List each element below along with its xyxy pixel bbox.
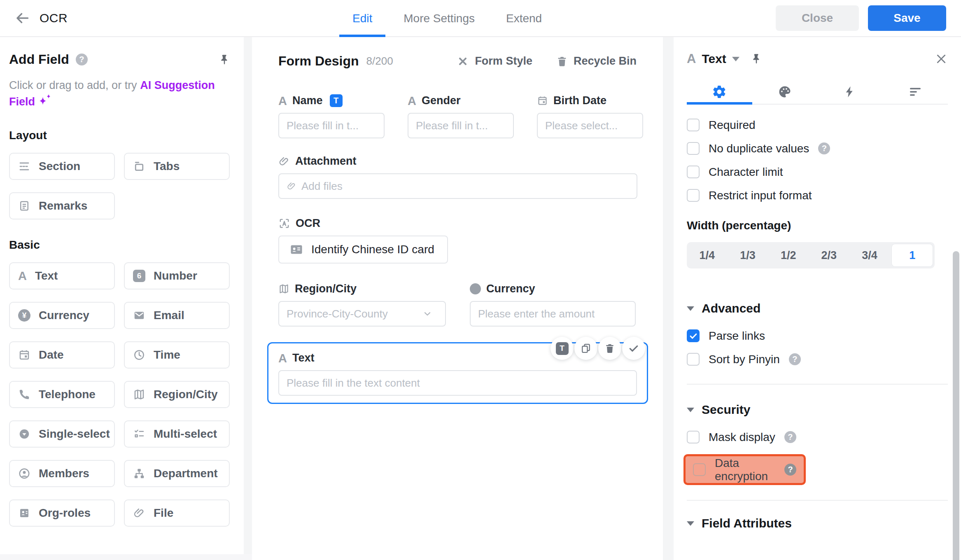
birth-date-input[interactable]: Please select... <box>537 113 643 138</box>
tab-more-settings[interactable]: More Settings <box>404 0 475 37</box>
security-section-header[interactable]: Security <box>687 403 948 417</box>
duplicate-field-button[interactable] <box>574 337 597 360</box>
help-icon[interactable]: ? <box>818 142 830 154</box>
close-button[interactable]: Close <box>776 5 859 31</box>
field-type-tabs[interactable]: Tabs <box>124 153 230 180</box>
add-files-input[interactable]: Add files <box>278 173 637 199</box>
tab-edit[interactable]: Edit <box>352 0 372 37</box>
tab-style-settings[interactable] <box>752 80 818 104</box>
form-field-currency[interactable]: ¥ Currency Please enter the amount <box>470 282 636 327</box>
field-type-section[interactable]: Section <box>9 153 115 180</box>
form-field-gender[interactable]: A Gender Please fill in t... <box>408 94 514 138</box>
option-sort-by-pinyin: Sort by Pinyin? <box>687 353 948 366</box>
help-icon[interactable]: ? <box>789 353 801 365</box>
mask-display-checkbox[interactable] <box>687 431 700 443</box>
tab-basic-settings[interactable] <box>687 80 752 104</box>
width-option-1-3[interactable]: 1/3 <box>728 242 768 268</box>
field-type-multi-select[interactable]: Multi-select <box>124 420 230 448</box>
pin-icon[interactable] <box>750 53 763 65</box>
top-bar: OCR Edit More Settings Extend Close Save <box>0 0 961 37</box>
width-option-3-4[interactable]: 3/4 <box>849 242 890 268</box>
option-parse-links: Parse links <box>687 329 948 342</box>
save-button[interactable]: Save <box>868 5 946 31</box>
text-input[interactable]: Please fill in the text content <box>278 370 637 396</box>
field-count: 8/200 <box>366 55 393 68</box>
tab-events-settings[interactable] <box>817 80 883 104</box>
caret-down-icon <box>687 408 694 412</box>
field-attributes-section-header[interactable]: Field Attributes <box>687 516 948 530</box>
width-option-1-4[interactable]: 1/4 <box>687 242 728 268</box>
delete-field-button[interactable] <box>598 337 621 360</box>
field-type-remarks[interactable]: Remarks <box>9 192 115 219</box>
parse-links-checkbox[interactable] <box>687 329 700 342</box>
paperclip-icon <box>287 181 296 191</box>
ocr-scan-icon <box>278 217 290 229</box>
field-type-single-select[interactable]: Single-select <box>9 420 115 448</box>
help-icon[interactable]: ? <box>784 464 796 476</box>
field-type-email[interactable]: Email <box>124 302 230 329</box>
field-type-label: Currency <box>39 309 89 322</box>
required-checkbox[interactable] <box>687 119 700 131</box>
advanced-section-header[interactable]: Advanced <box>687 301 948 315</box>
selected-text-field[interactable]: T A Text <box>267 342 648 404</box>
field-type-text[interactable]: AText <box>9 262 115 289</box>
data-encryption-checkbox[interactable] <box>693 463 706 476</box>
help-icon[interactable]: ? <box>76 54 88 65</box>
recycle-bin-button[interactable]: Recycle Bin <box>556 55 637 68</box>
placeholder-text: Please fill in t... <box>287 119 359 132</box>
form-field-ocr[interactable]: OCR Identify Chinese ID card <box>278 217 637 264</box>
sort-by-pinyin-label: Sort by Pinyin <box>709 353 780 366</box>
field-label: OCR <box>296 217 320 230</box>
field-label: Attachment <box>295 155 357 168</box>
field-palette-sections: LayoutSectionTabsRemarksBasicAText6Numbe… <box>9 129 231 527</box>
chevron-down-icon[interactable] <box>732 57 739 61</box>
palette-icon <box>777 84 792 99</box>
form-field-birth-date[interactable]: Birth Date Please select... <box>537 94 643 138</box>
confirm-button[interactable] <box>622 337 645 360</box>
field-type-region-city[interactable]: Region/City <box>124 381 230 408</box>
currency-input[interactable]: Please enter the amount <box>470 301 636 327</box>
pin-icon[interactable] <box>218 54 231 66</box>
width-option-1-2[interactable]: 1/2 <box>768 242 809 268</box>
field-type-telephone[interactable]: Telephone <box>9 381 115 408</box>
field-type-department[interactable]: Department <box>124 460 230 487</box>
tab-extend[interactable]: Extend <box>506 0 542 37</box>
gender-input[interactable]: Please fill in t... <box>408 113 514 138</box>
field-type-currency[interactable]: ¥Currency <box>9 302 115 329</box>
check-icon <box>627 342 640 355</box>
help-icon[interactable]: ? <box>784 431 796 443</box>
name-input[interactable]: Please fill in t... <box>278 113 385 138</box>
set-title-field-button[interactable]: T <box>550 337 574 360</box>
field-type-file[interactable]: File <box>124 499 230 527</box>
width-option-1[interactable]: 1 <box>892 244 933 266</box>
tab-layout-settings[interactable] <box>883 80 948 104</box>
width-option-2-3[interactable]: 2/3 <box>809 242 849 268</box>
form-field-name[interactable]: A Name T Please fill in t... <box>278 94 385 138</box>
region-select[interactable]: Province-City-County <box>278 301 446 327</box>
identify-id-card-button[interactable]: Identify Chinese ID card <box>278 236 448 264</box>
character-limit-checkbox[interactable] <box>687 166 700 178</box>
back-arrow-icon[interactable] <box>15 11 30 26</box>
field-action-toolbar: T <box>550 337 645 360</box>
email-icon <box>133 309 145 322</box>
form-style-button[interactable]: Form Style <box>457 55 532 68</box>
no-duplicate-values-checkbox[interactable] <box>687 142 700 155</box>
trash-icon <box>604 343 615 354</box>
form-field-region[interactable]: Region/City Province-City-County <box>278 282 446 327</box>
palette-grid-basic: AText6Number¥CurrencyEmailDateTimeTeleph… <box>9 262 231 527</box>
field-type-number[interactable]: 6Number <box>124 262 230 289</box>
character-limit-label: Character limit <box>709 166 783 179</box>
text-type-icon: A <box>278 352 287 364</box>
field-type-time[interactable]: Time <box>124 341 230 369</box>
field-type-org-roles[interactable]: Org-roles <box>9 499 115 527</box>
sort-by-pinyin-checkbox[interactable] <box>687 353 700 366</box>
field-type-members[interactable]: Members <box>9 460 115 487</box>
field-type-date[interactable]: Date <box>9 341 115 369</box>
close-icon[interactable] <box>935 52 948 65</box>
form-field-attachment[interactable]: Attachment Add files <box>278 155 637 199</box>
restrict-input-format-checkbox[interactable] <box>687 189 700 202</box>
title-field-badge: T <box>330 94 343 107</box>
scrollbar-thumb[interactable] <box>953 251 959 560</box>
number-icon: 6 <box>133 270 145 282</box>
option-data-encryption: Data encryption? <box>693 463 796 476</box>
